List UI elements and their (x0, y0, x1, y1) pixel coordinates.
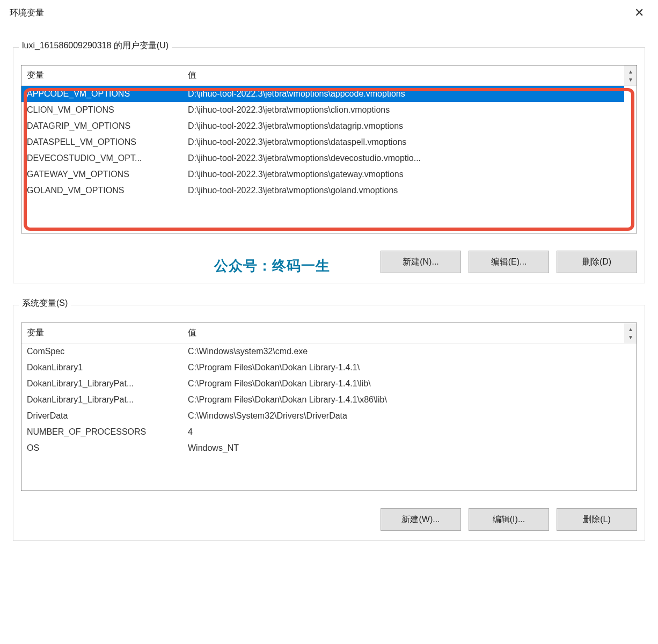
table-row[interactable]: DokanLibrary1C:\Program Files\Dokan\Doka… (21, 360, 637, 376)
var-name-cell: DEVECOSTUDIO_VM_OPT... (21, 150, 182, 166)
var-name-cell: OS (21, 440, 182, 456)
table-row[interactable]: DATASPELL_VM_OPTIONSD:\jihuo-tool-2022.3… (21, 134, 637, 150)
watermark: 公众号：终码一生 (214, 257, 330, 275)
scroll-down-icon[interactable]: ▼ (625, 74, 636, 85)
var-value-cell: C:\Windows\System32\Drivers\DriverData (182, 408, 624, 424)
table-row[interactable]: DEVECOSTUDIO_VM_OPT...D:\jihuo-tool-2022… (21, 150, 637, 166)
user-col-value[interactable]: 值 (182, 65, 624, 86)
table-row[interactable]: DokanLibrary1_LibraryPat...C:\Program Fi… (21, 392, 637, 408)
system-delete-button[interactable]: 删除(L) (557, 508, 637, 531)
var-name-cell: DokanLibrary1_LibraryPat... (21, 376, 182, 392)
user-vars-table[interactable]: 变量 值 ▲ ▼ APPCODE_VM_OPTIONSD:\jih (21, 65, 637, 233)
var-value-cell: D:\jihuo-tool-2022.3\jetbra\vmoptions\ap… (182, 86, 624, 103)
system-scrollbar[interactable]: ▲ ▼ (625, 324, 636, 342)
window-title: 环境变量 (10, 8, 44, 19)
var-value-cell: Windows_NT (182, 440, 624, 456)
var-value-cell: D:\jihuo-tool-2022.3\jetbra\vmoptions\ga… (182, 166, 624, 182)
var-name-cell: ComSpec (21, 343, 182, 360)
table-row[interactable]: ComSpecC:\Windows\system32\cmd.exe (21, 343, 637, 360)
user-edit-button[interactable]: 编辑(E)... (469, 251, 549, 273)
var-value-cell: D:\jihuo-tool-2022.3\jetbra\vmoptions\da… (182, 134, 624, 150)
table-row[interactable]: OSWindows_NT (21, 440, 637, 456)
var-name-cell: DokanLibrary1_LibraryPat... (21, 392, 182, 408)
system-vars-table[interactable]: 变量 值 ▲ ▼ ComSpecC:\Windows\system (21, 323, 637, 491)
user-vars-legend: luxi_161586009290318 的用户变量(U) (19, 40, 172, 52)
close-icon[interactable]: ✕ (630, 4, 648, 22)
table-row[interactable]: APPCODE_VM_OPTIONSD:\jihuo-tool-2022.3\j… (21, 86, 637, 103)
var-value-cell: D:\jihuo-tool-2022.3\jetbra\vmoptions\da… (182, 118, 624, 134)
user-new-button[interactable]: 新建(N)... (381, 251, 461, 273)
var-value-cell: D:\jihuo-tool-2022.3\jetbra\vmoptions\cl… (182, 102, 624, 118)
var-name-cell: DATAGRIP_VM_OPTIONS (21, 118, 182, 134)
var-name-cell: DATASPELL_VM_OPTIONS (21, 134, 182, 150)
sys-col-name[interactable]: 变量 (21, 323, 182, 343)
var-value-cell: D:\jihuo-tool-2022.3\jetbra\vmoptions\go… (182, 182, 624, 199)
var-value-cell: C:\Program Files\Dokan\Dokan Library-1.4… (182, 376, 624, 392)
table-row[interactable]: CLION_VM_OPTIONSD:\jihuo-tool-2022.3\jet… (21, 102, 637, 118)
var-name-cell: DriverData (21, 408, 182, 424)
var-value-cell: C:\Program Files\Dokan\Dokan Library-1.4… (182, 392, 624, 408)
var-name-cell: GATEWAY_VM_OPTIONS (21, 166, 182, 182)
system-edit-button[interactable]: 编辑(I)... (469, 508, 549, 531)
var-name-cell: APPCODE_VM_OPTIONS (21, 86, 182, 103)
user-delete-button[interactable]: 删除(D) (557, 251, 637, 273)
var-name-cell: NUMBER_OF_PROCESSORS (21, 424, 182, 440)
user-vars-table-shell: 变量 值 ▲ ▼ APPCODE_VM_OPTIONSD:\jih (21, 65, 637, 233)
var-name-cell: CLION_VM_OPTIONS (21, 102, 182, 118)
user-col-name[interactable]: 变量 (21, 65, 182, 86)
user-vars-group: luxi_161586009290318 的用户变量(U) 变量 值 ▲ (13, 47, 645, 283)
table-row[interactable]: DriverDataC:\Windows\System32\Drivers\Dr… (21, 408, 637, 424)
table-row[interactable]: DokanLibrary1_LibraryPat...C:\Program Fi… (21, 376, 637, 392)
table-row[interactable]: DATAGRIP_VM_OPTIONSD:\jihuo-tool-2022.3\… (21, 118, 637, 134)
var-value-cell: C:\Program Files\Dokan\Dokan Library-1.4… (182, 360, 624, 376)
var-name-cell: DokanLibrary1 (21, 360, 182, 376)
table-row[interactable]: GOLAND_VM_OPTIONSD:\jihuo-tool-2022.3\je… (21, 182, 637, 199)
table-row[interactable]: NUMBER_OF_PROCESSORS4 (21, 424, 637, 440)
user-scrollbar[interactable]: ▲ ▼ (625, 66, 636, 85)
system-vars-group: 系统变量(S) 变量 值 ▲ ▼ (13, 305, 645, 541)
var-value-cell: D:\jihuo-tool-2022.3\jetbra\vmoptions\de… (182, 150, 624, 166)
var-value-cell: 4 (182, 424, 624, 440)
system-new-button[interactable]: 新建(W)... (381, 508, 461, 531)
scroll-down-icon[interactable]: ▼ (625, 332, 636, 342)
system-vars-table-shell: 变量 值 ▲ ▼ ComSpecC:\Windows\system (21, 323, 637, 491)
var-value-cell: C:\Windows\system32\cmd.exe (182, 343, 624, 360)
table-row[interactable]: GATEWAY_VM_OPTIONSD:\jihuo-tool-2022.3\j… (21, 166, 637, 182)
var-name-cell: GOLAND_VM_OPTIONS (21, 182, 182, 199)
system-vars-legend: 系统变量(S) (19, 298, 71, 309)
sys-col-value[interactable]: 值 (182, 323, 624, 343)
